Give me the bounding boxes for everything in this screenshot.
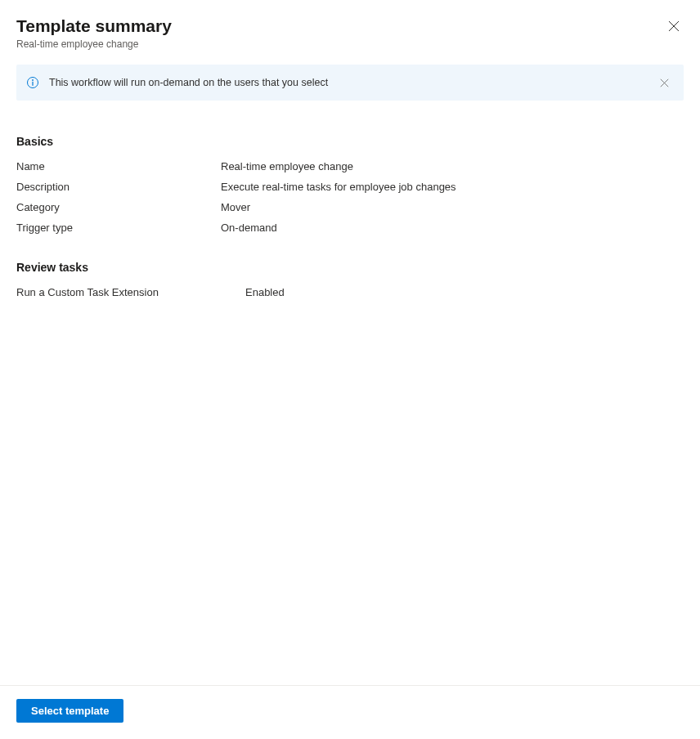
info-dismiss-button[interactable] [654, 73, 674, 92]
basics-trigger-type-row: Trigger type On-demand [16, 217, 684, 238]
panel-header: Template summary Real-time employee chan… [0, 0, 700, 56]
info-message-text: This workflow will run on-demand on the … [49, 77, 654, 88]
panel-content: Basics Name Real-time employee change De… [0, 101, 700, 685]
basics-description-row: Description Execute real-time tasks for … [16, 177, 684, 197]
review-tasks-heading: Review tasks [16, 261, 684, 274]
info-message-bar: This workflow will run on-demand on the … [16, 65, 684, 101]
svg-rect-4 [32, 82, 33, 86]
basics-name-row: Name Real-time employee change [16, 156, 684, 177]
close-icon [660, 78, 669, 87]
template-summary-panel: Template summary Real-time employee chan… [0, 0, 700, 739]
basics-name-label: Name [16, 160, 221, 172]
basics-category-row: Category Mover [16, 197, 684, 217]
review-tasks-custom-extension-row: Run a Custom Task Extension Enabled [16, 282, 684, 302]
basics-description-value: Execute real-time tasks for employee job… [221, 181, 684, 193]
close-icon [668, 20, 680, 32]
basics-trigger-type-value: On-demand [221, 222, 684, 234]
close-panel-button[interactable] [661, 13, 687, 39]
panel-subtitle: Real-time employee change [16, 38, 172, 50]
svg-point-3 [32, 79, 34, 81]
panel-title: Template summary [16, 15, 172, 37]
panel-header-text: Template summary Real-time employee chan… [16, 15, 172, 50]
basics-trigger-type-label: Trigger type [16, 222, 221, 234]
info-icon [26, 76, 39, 89]
panel-footer: Select template [0, 685, 700, 739]
select-template-button[interactable]: Select template [16, 699, 123, 723]
basics-category-label: Category [16, 201, 221, 213]
basics-category-value: Mover [221, 201, 684, 213]
review-tasks-custom-extension-value: Enabled [245, 286, 684, 298]
basics-description-label: Description [16, 181, 221, 193]
basics-heading: Basics [16, 135, 684, 148]
review-tasks-custom-extension-label: Run a Custom Task Extension [16, 286, 245, 298]
basics-name-value: Real-time employee change [221, 160, 684, 172]
